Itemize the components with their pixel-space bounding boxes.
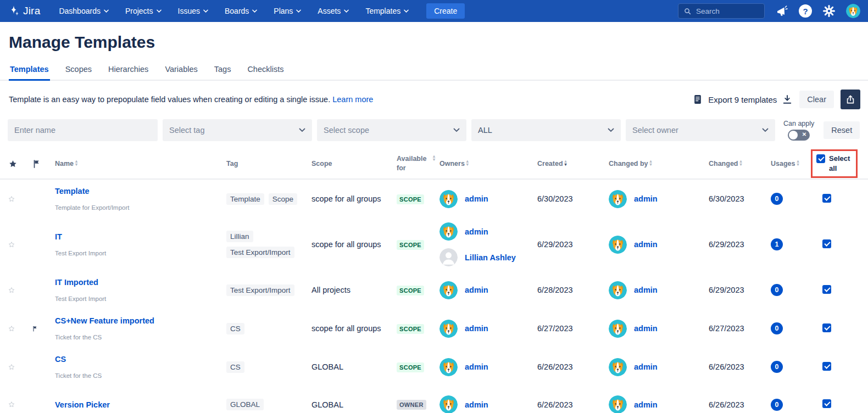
- nav-item-dashboards[interactable]: Dashboards: [59, 7, 109, 15]
- column-header-changed_by[interactable]: Changed by▴▾: [609, 159, 709, 169]
- tab-checklists[interactable]: Checklists: [246, 62, 285, 81]
- flag-placeholder: [32, 284, 43, 295]
- dog-avatar: [439, 281, 458, 299]
- help-icon[interactable]: ?: [799, 4, 812, 18]
- owner-filter-select[interactable]: Select owner: [626, 119, 775, 141]
- user-link[interactable]: admin: [634, 400, 658, 409]
- sort-icon[interactable]: ▴▾: [466, 160, 469, 166]
- favorite-star-button[interactable]: [8, 399, 20, 411]
- global-search[interactable]: [678, 3, 765, 19]
- template-name-link[interactable]: IT: [55, 232, 62, 241]
- user-link[interactable]: admin: [465, 227, 488, 236]
- favorite-star-button[interactable]: [8, 361, 20, 373]
- star-icon: [8, 399, 15, 410]
- user-avatar[interactable]: [846, 4, 860, 18]
- template-name-link[interactable]: IT Imported: [55, 278, 98, 287]
- share-export-button[interactable]: [841, 90, 860, 109]
- row-checkbox[interactable]: [822, 323, 831, 332]
- nav-item-projects[interactable]: Projects: [125, 7, 162, 15]
- user-link[interactable]: admin: [634, 194, 658, 203]
- reset-button[interactable]: Reset: [824, 121, 860, 139]
- row-checkbox[interactable]: [822, 194, 831, 203]
- user-link[interactable]: admin: [634, 286, 658, 294]
- create-button[interactable]: Create: [426, 3, 465, 19]
- scope-filter-select[interactable]: Select scope: [317, 119, 466, 141]
- nav-item-boards[interactable]: Boards: [225, 7, 257, 15]
- owners-cell: admin: [439, 277, 537, 304]
- column-header-created[interactable]: Created▴▾: [537, 159, 609, 169]
- can-apply-toggle[interactable]: ✕: [788, 130, 810, 141]
- sort-icon[interactable]: ▴▾: [565, 160, 567, 166]
- tab-scopes[interactable]: Scopes: [64, 62, 93, 81]
- column-header-usages[interactable]: Usages▴▾: [771, 159, 813, 169]
- search-input[interactable]: [696, 7, 756, 15]
- name-filter-input[interactable]: [8, 119, 158, 141]
- favorite-star-button[interactable]: [8, 238, 20, 250]
- favorite-star-button[interactable]: [8, 193, 20, 205]
- user-link[interactable]: Lillian Ashley: [465, 253, 516, 262]
- column-label: Tag: [226, 159, 238, 169]
- nav-item-templates[interactable]: Templates: [365, 7, 409, 15]
- favorite-star-button[interactable]: [8, 284, 20, 296]
- available-for-filter-select[interactable]: ALL: [471, 119, 621, 141]
- user-link[interactable]: admin: [465, 194, 488, 203]
- jira-logo[interactable]: Jira: [8, 5, 40, 17]
- announcements-icon[interactable]: [775, 4, 789, 18]
- nav-item-label: Plans: [274, 7, 293, 15]
- flag-placeholder: [32, 193, 43, 204]
- select-all-checkbox[interactable]: [816, 154, 825, 163]
- user-link[interactable]: admin: [634, 324, 658, 333]
- tab-hierarchies[interactable]: Hierarchies: [107, 62, 149, 81]
- user-link[interactable]: admin: [634, 362, 658, 371]
- column-header-owners[interactable]: Owners▴▾: [439, 159, 537, 169]
- row-checkbox[interactable]: [822, 399, 831, 408]
- column-label: Owners: [439, 159, 465, 169]
- sort-icon[interactable]: ▴▾: [650, 160, 652, 166]
- sort-icon[interactable]: ▴▾: [75, 160, 77, 166]
- tab-variables[interactable]: Variables: [164, 62, 198, 81]
- user-link[interactable]: admin: [465, 362, 488, 371]
- row-checkbox[interactable]: [822, 239, 831, 248]
- available-for-badge: SCOPE: [397, 240, 424, 250]
- sort-icon[interactable]: ▴▾: [739, 160, 742, 166]
- column-header-available[interactable]: Available for▴▾: [397, 154, 439, 173]
- nav-item-plans[interactable]: Plans: [274, 7, 301, 15]
- scope-cell: All projects: [311, 286, 397, 294]
- row-checkbox[interactable]: [822, 362, 831, 371]
- template-name-link[interactable]: Version Picker: [55, 400, 110, 409]
- name-cell: IT ImportedTest Export Import: [55, 271, 226, 309]
- learn-more-link[interactable]: Learn more: [332, 95, 373, 104]
- export-templates-button[interactable]: Export 9 templates: [692, 93, 793, 105]
- column-header-changed[interactable]: Changed▴▾: [709, 159, 771, 169]
- tag-filter-select[interactable]: Select tag: [163, 119, 312, 141]
- settings-gear-icon[interactable]: [822, 4, 836, 18]
- dog-avatar: [439, 358, 458, 376]
- sort-icon[interactable]: ▴▾: [433, 155, 435, 161]
- flag-placeholder: [32, 399, 43, 410]
- template-name-link[interactable]: Template: [55, 187, 90, 196]
- nav-item-label: Dashboards: [59, 7, 101, 15]
- sort-icon[interactable]: ▴▾: [797, 160, 799, 166]
- template-name-link[interactable]: CS+New Feature imported: [55, 316, 154, 325]
- user-link[interactable]: admin: [634, 240, 658, 249]
- owners-cell: admin: [439, 186, 537, 213]
- nav-item-assets[interactable]: Assets: [318, 7, 349, 15]
- clear-button[interactable]: Clear: [799, 91, 834, 108]
- column-header-name[interactable]: Name▴▾: [55, 159, 226, 169]
- star-icon: [8, 193, 15, 205]
- nav-item-issues[interactable]: Issues: [178, 7, 208, 15]
- user-link[interactable]: admin: [465, 286, 488, 294]
- user-link[interactable]: admin: [465, 400, 488, 409]
- favorite-star-button[interactable]: [8, 322, 20, 334]
- column-label: Created: [537, 159, 563, 169]
- template-name-link[interactable]: CS: [55, 355, 66, 364]
- usages-count-badge: 0: [771, 193, 783, 205]
- tab-templates[interactable]: Templates: [9, 62, 50, 81]
- row-checkbox[interactable]: [822, 285, 831, 294]
- dog-avatar: [609, 190, 627, 208]
- tab-tags[interactable]: Tags: [213, 62, 232, 81]
- nav-item-label: Projects: [125, 7, 153, 15]
- top-navigation: Jira DashboardsProjectsIssuesBoardsPlans…: [0, 0, 868, 22]
- user-link[interactable]: admin: [465, 324, 488, 333]
- changed-by-entry: admin: [609, 236, 704, 254]
